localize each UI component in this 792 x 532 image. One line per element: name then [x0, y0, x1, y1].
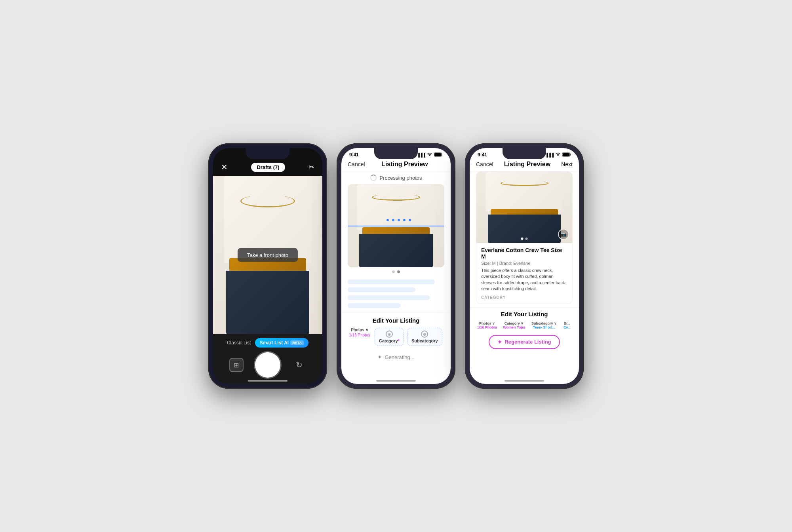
tabs-row-2: Photos ∨ 1/16 Photos ⊕ Category* ⊕ Subca… [348, 328, 444, 346]
category-tab-3[interactable]: Category ∨ Women Tops [501, 321, 527, 329]
classic-list-mode[interactable]: Classic List [227, 340, 251, 346]
edit-listing-title-3: Edit Your Listing [476, 311, 573, 317]
regen-button-label: Regenerate Listing [505, 339, 551, 345]
nav-bar-3: Cancel Listing Preview Next [470, 159, 579, 171]
time-label: 9:41 [349, 152, 359, 158]
listing-card-image: 📷 [476, 172, 572, 243]
svg-rect-3 [563, 153, 569, 156]
listing-card: 📷 Everlane Cotton Crew Tee Size M Size: … [476, 171, 573, 304]
drafts-badge[interactable]: Drafts (7) [251, 163, 285, 172]
smart-list-label: Smart List AI [260, 340, 289, 346]
phone-2: 9:41 ▐▐▐ Cancel Listing Preview [337, 143, 455, 389]
subcategory-tab3-label: Subcategory ∨ [531, 321, 557, 325]
dot-2-active [397, 270, 400, 273]
listing-meta: Size: M | Brand: Everlane [481, 261, 567, 266]
time-label-3: 9:41 [478, 152, 487, 158]
wifi-icon-3 [555, 152, 561, 157]
regen-sparkle-icon: ✦ [497, 339, 502, 345]
generating-banner: ✦ Generating... [341, 350, 451, 364]
processing-screen: 9:41 ▐▐▐ Cancel Listing Preview [341, 148, 451, 384]
skeleton-3 [348, 295, 430, 300]
brand-tab3-value: Ev... [564, 325, 571, 329]
generating-label: Generating... [385, 354, 414, 360]
phone-notch-3 [503, 148, 546, 159]
home-indicator [248, 380, 287, 382]
regen-section: ✦ Regenerate Listing [476, 335, 573, 349]
dot-1 [392, 270, 395, 273]
listing-preview-title-2: Listing Preview [381, 161, 428, 168]
category-tab-label: Category* [379, 338, 400, 343]
edit-listing-title-2: Edit Your Listing [348, 317, 444, 324]
card-image-dots [521, 238, 528, 240]
subcategory-tab-box[interactable]: ⊕ Subcategory [407, 328, 442, 346]
subcategory-tab-3[interactable]: Subcategory ∨ Tees- Short... [530, 321, 558, 329]
skeleton-4 [348, 303, 401, 308]
listing-details: Everlane Cotton Crew Tee Size M Size: M … [476, 243, 572, 304]
cancel-button-2[interactable]: Cancel [348, 161, 365, 167]
gallery-icon[interactable]: ⊞ [229, 358, 244, 372]
home-indicator-2 [376, 380, 416, 382]
tabs-row-3: Photos ∨ 1/16 Photos Category ∨ Women To… [476, 321, 573, 329]
cancel-button-3[interactable]: Cancel [476, 161, 493, 167]
wifi-icon [427, 152, 432, 157]
camera-overlay-icon[interactable]: 📷 [558, 229, 569, 240]
card-dot-2 [525, 238, 528, 240]
listing-preview-screen: 9:41 ▐▐▐ Cancel Listing Preview Next [470, 148, 579, 384]
camera-image: Take a front photo [213, 176, 322, 334]
status-icons-3: ▐▐▐ [545, 152, 571, 158]
photos-tab3-label: Photos ∨ [479, 321, 495, 325]
category-tab3-value: Women Tops [503, 325, 525, 329]
edit-listing-section-2: Edit Your Listing Photos ∨ 1/16 Photos ⊕… [341, 313, 451, 348]
close-icon[interactable]: ✕ [221, 162, 228, 172]
processing-banner: Processing photos [341, 171, 451, 184]
processing-image [348, 184, 444, 267]
phone-notch-2 [374, 148, 418, 159]
svg-rect-1 [434, 153, 441, 156]
battery-icon [434, 152, 443, 158]
category-label: CATEGORY [481, 295, 567, 300]
subcategory-tab-icon: ⊕ [421, 331, 428, 338]
listing-preview-title-3: Listing Preview [504, 161, 550, 168]
scan-dots [386, 219, 411, 221]
camera-bottom: Classic List Smart List AI BETA ⊞ ↻ [213, 334, 322, 384]
generating-sparkle-icon: ✦ [377, 354, 382, 360]
regenerate-listing-button[interactable]: ✦ Regenerate Listing [489, 335, 560, 349]
battery-icon-3 [562, 152, 571, 158]
shutter-button[interactable] [255, 352, 280, 378]
listing-product-title: Everlane Cotton Crew Tee Size M [481, 247, 567, 260]
skeleton-2 [348, 287, 415, 292]
category-tab-box[interactable]: ⊕ Category* [375, 328, 404, 346]
brand-tab-3[interactable]: Br... Ev... [561, 321, 573, 329]
signal-icon: ▐▐▐ [417, 153, 425, 157]
scan-line [348, 226, 444, 226]
camera-preview: Take a front photo [213, 176, 322, 334]
signal-icon-3: ▐▐▐ [545, 153, 554, 157]
phone-3: 9:41 ▐▐▐ Cancel Listing Preview Next [465, 143, 584, 389]
brand-tab3-label: Br... [564, 321, 570, 325]
card-dot-1 [521, 238, 524, 240]
scissors-icon[interactable]: ✂ [308, 163, 314, 171]
photos-tab[interactable]: Photos ∨ 1/16 Photos [348, 328, 371, 346]
status-icons: ▐▐▐ [417, 152, 443, 158]
subcategory-tab3-value: Tees- Short... [533, 325, 555, 329]
photos-tab-count: 1/16 Photos [349, 333, 370, 337]
photos-tab-3[interactable]: Photos ∨ 1/16 Photos [476, 321, 498, 329]
next-button-3[interactable]: Next [561, 161, 573, 167]
skeleton-loading [341, 276, 451, 311]
camera-controls: ⊞ ↻ [219, 352, 316, 378]
smart-list-mode[interactable]: Smart List AI BETA [255, 338, 308, 348]
processing-label: Processing photos [380, 175, 422, 181]
phones-container: ✕ Drafts (7) ✂ Take a front photo [208, 143, 584, 389]
subcategory-tab-label: Subcategory [411, 338, 438, 343]
category-tab-icon: ⊕ [386, 331, 393, 338]
photos-tab3-count: 1/16 Photos [477, 325, 497, 329]
image-dots-2 [341, 267, 451, 276]
flip-camera-icon[interactable]: ↻ [292, 358, 306, 372]
nav-bar-2: Cancel Listing Preview [341, 159, 451, 171]
listing-description: This piece offers a classic crew neck, o… [481, 268, 567, 292]
take-photo-overlay: Take a front photo [238, 248, 298, 262]
beta-badge: BETA [290, 340, 304, 345]
mode-selector: Classic List Smart List AI BETA [219, 338, 316, 348]
category-tab3-label: Category ∨ [505, 321, 524, 325]
processing-spinner [370, 175, 377, 181]
